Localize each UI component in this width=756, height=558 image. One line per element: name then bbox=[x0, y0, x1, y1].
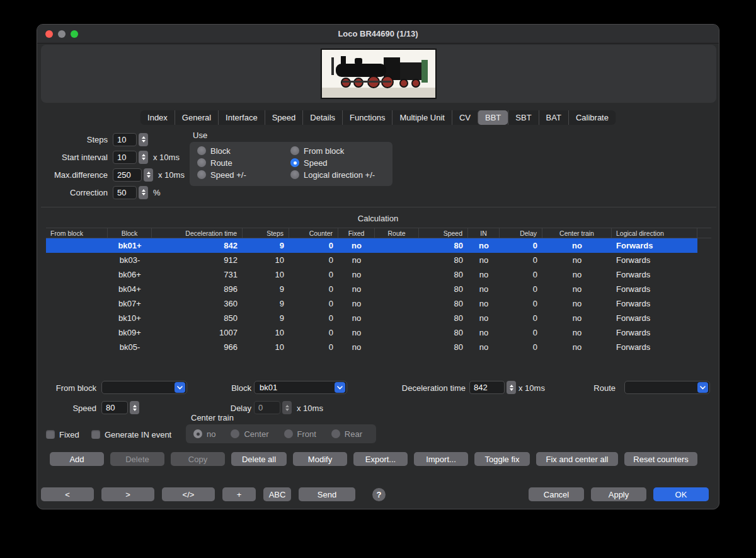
tab-sbt[interactable]: SBT bbox=[508, 110, 538, 125]
table-row[interactable]: bk01+ 842 9 0 no 80 no 0 no Forwards bbox=[46, 238, 697, 253]
max-difference-input[interactable]: 250 bbox=[113, 168, 142, 182]
speed-stepper[interactable] bbox=[130, 401, 139, 414]
use-option-label: Speed +/- bbox=[210, 170, 246, 180]
use-option-speed-plusminus[interactable]: Speed +/- bbox=[197, 170, 246, 179]
use-option-logical-direction[interactable]: Logical direction +/- bbox=[290, 170, 375, 179]
col-center-train: Center train bbox=[542, 228, 612, 238]
table-row[interactable]: bk06+ 731 10 0 no 80 no 0 no Forwards bbox=[46, 267, 697, 282]
tab-details[interactable]: Details bbox=[302, 110, 342, 125]
use-option-from-block[interactable]: From block bbox=[290, 146, 375, 155]
tab-interface[interactable]: Interface bbox=[218, 110, 265, 125]
use-option-speed[interactable]: Speed bbox=[290, 158, 375, 167]
delay-input[interactable]: 0 bbox=[254, 401, 280, 414]
cell-logical-direction: Forwards bbox=[612, 267, 697, 282]
fixed-checkbox[interactable]: Fixed bbox=[46, 428, 79, 441]
zoom-window-button[interactable] bbox=[71, 30, 78, 38]
table-row[interactable]: bk04+ 896 9 0 no 80 no 0 no Forwards bbox=[46, 282, 697, 296]
loco-properties-window: Loco BR44690 (1/13) bbox=[37, 24, 719, 509]
cell-fixed: no bbox=[338, 253, 375, 267]
help-button[interactable]: ? bbox=[372, 488, 386, 501]
stepper-up-icon bbox=[142, 189, 146, 192]
center-train-option-center[interactable]: Center bbox=[231, 429, 268, 438]
cell-from-block bbox=[46, 296, 108, 311]
start-interval-input[interactable]: 10 bbox=[113, 151, 137, 164]
plus-button[interactable]: + bbox=[222, 487, 256, 501]
correction-input[interactable]: 50 bbox=[113, 186, 137, 199]
from-block-dropdown[interactable] bbox=[101, 381, 187, 394]
abc-button[interactable]: ABC bbox=[263, 487, 291, 501]
generate-in-event-checkbox[interactable]: Generate IN event bbox=[91, 428, 171, 441]
fix-and-center-all-button[interactable]: Fix and center all bbox=[536, 452, 618, 466]
export-button[interactable]: Export... bbox=[353, 452, 408, 466]
tab-index[interactable]: Index bbox=[140, 110, 175, 125]
delete-all-button[interactable]: Delete all bbox=[231, 452, 287, 466]
cell-steps: 10 bbox=[243, 325, 289, 340]
table-row[interactable]: bk10+ 850 9 0 no 80 no 0 no Forwards bbox=[46, 311, 697, 325]
cell-counter: 0 bbox=[289, 238, 338, 253]
table-row[interactable]: bk05- 966 10 0 no 80 no 0 no Forwards bbox=[46, 340, 697, 354]
next-loco-button[interactable]: > bbox=[101, 487, 154, 501]
tab-speed[interactable]: Speed bbox=[265, 110, 303, 125]
cell-delay: 0 bbox=[500, 282, 542, 296]
speed-input[interactable]: 80 bbox=[101, 401, 128, 414]
import-button[interactable]: Import... bbox=[414, 452, 468, 466]
cell-from-block bbox=[46, 325, 108, 340]
apply-button[interactable]: Apply bbox=[591, 487, 646, 501]
cell-speed: 80 bbox=[419, 267, 468, 282]
center-train-option-rear[interactable]: Rear bbox=[331, 429, 362, 438]
cell-route bbox=[375, 267, 419, 282]
cell-deceleration-time: 966 bbox=[152, 340, 243, 354]
center-train-option-front[interactable]: Front bbox=[284, 429, 316, 438]
max-difference-stepper[interactable] bbox=[144, 168, 153, 182]
tab-functions[interactable]: Functions bbox=[342, 110, 392, 125]
tab-general[interactable]: General bbox=[175, 110, 218, 125]
reset-counters-button[interactable]: Reset counters bbox=[624, 452, 697, 466]
use-option-route[interactable]: Route bbox=[197, 158, 246, 167]
use-option-block[interactable]: Block bbox=[197, 146, 246, 155]
cell-block: bk03- bbox=[108, 253, 152, 267]
stepper-down-icon bbox=[142, 140, 146, 142]
correction-stepper[interactable] bbox=[139, 186, 148, 199]
table-row[interactable]: bk07+ 360 9 0 no 80 no 0 no Forwards bbox=[46, 296, 697, 311]
modify-button[interactable]: Modify bbox=[293, 452, 347, 466]
close-window-button[interactable] bbox=[45, 30, 53, 38]
toggle-fix-button[interactable]: Toggle fix bbox=[474, 452, 530, 466]
cell-from-block bbox=[46, 282, 108, 296]
tab-calibrate[interactable]: Calibrate bbox=[568, 110, 616, 125]
use-option-label: Logical direction +/- bbox=[304, 170, 375, 180]
ok-button[interactable]: OK bbox=[653, 487, 709, 501]
cell-center-train: no bbox=[542, 238, 612, 253]
footer-confirm: Cancel Apply OK bbox=[529, 487, 709, 501]
block-dropdown[interactable]: bk01 bbox=[254, 381, 347, 394]
steps-input[interactable]: 10 bbox=[113, 133, 137, 146]
col-route: Route bbox=[375, 228, 419, 238]
deceleration-time-stepper[interactable] bbox=[507, 381, 516, 394]
col-fixed: Fixed bbox=[338, 228, 375, 238]
delete-button[interactable]: Delete bbox=[110, 452, 164, 466]
titlebar[interactable]: Loco BR44690 (1/13) bbox=[37, 25, 719, 44]
deceleration-time-input[interactable]: 842 bbox=[469, 381, 505, 394]
route-dropdown[interactable] bbox=[624, 381, 710, 394]
tab-cv[interactable]: CV bbox=[452, 110, 478, 125]
cancel-button[interactable]: Cancel bbox=[529, 487, 584, 501]
start-interval-stepper[interactable] bbox=[139, 151, 148, 164]
cell-center-train: no bbox=[542, 282, 612, 296]
table-row[interactable]: bk03- 912 10 0 no 80 no 0 no Forwards bbox=[46, 253, 697, 267]
route-label: Route bbox=[587, 381, 616, 395]
tab-bbt[interactable]: BBT bbox=[478, 110, 508, 125]
prev-loco-button[interactable]: < bbox=[41, 487, 94, 501]
delay-stepper[interactable] bbox=[282, 401, 292, 414]
cell-in: no bbox=[468, 253, 500, 267]
prev-next-button[interactable]: </> bbox=[162, 487, 215, 501]
tab-multiple-unit[interactable]: Multiple Unit bbox=[392, 110, 452, 125]
send-button[interactable]: Send bbox=[299, 487, 355, 501]
tab-bat[interactable]: BAT bbox=[539, 110, 568, 125]
steps-stepper[interactable] bbox=[139, 133, 148, 146]
table-row[interactable]: bk09+ 1007 10 0 no 80 no 0 no Forwards bbox=[46, 325, 697, 340]
center-train-option-no[interactable]: no bbox=[193, 429, 215, 438]
add-button[interactable]: Add bbox=[50, 452, 104, 466]
cell-counter: 0 bbox=[289, 253, 338, 267]
minimize-window-button[interactable] bbox=[58, 30, 66, 38]
copy-button[interactable]: Copy bbox=[171, 452, 225, 466]
col-delay: Delay bbox=[500, 228, 542, 238]
